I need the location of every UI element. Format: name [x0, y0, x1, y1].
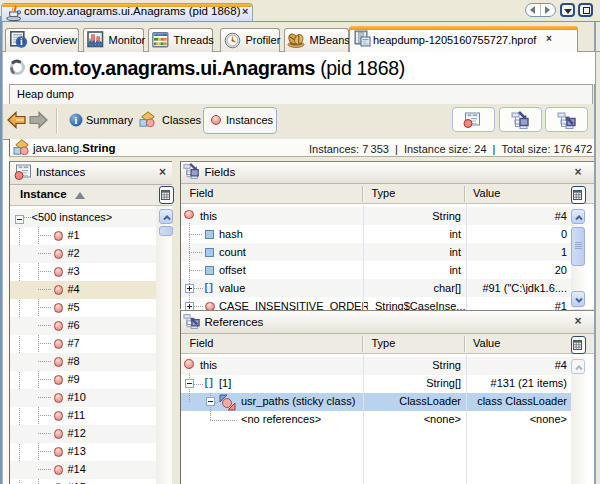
svg-text:i: i: [20, 37, 23, 47]
svg-text:i: i: [75, 115, 78, 126]
